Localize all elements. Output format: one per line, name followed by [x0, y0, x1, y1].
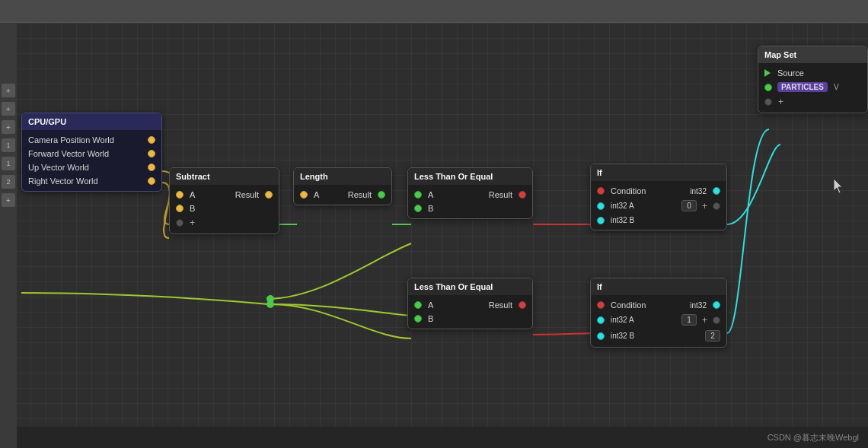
node-subtract-title: Subtract: [176, 172, 210, 181]
node-cpu-body: Camera Position World Forward Vector Wor…: [22, 130, 161, 191]
subtract-row-plus: +: [173, 217, 276, 229]
cpu-pin-forward[interactable]: [148, 150, 155, 157]
if2-label-int32a: int32 A: [608, 316, 678, 324]
if2-val-int32a[interactable]: 1: [681, 314, 697, 326]
if2-val-int32b[interactable]: 2: [705, 330, 720, 342]
mapset-pin-particles[interactable]: [764, 84, 772, 91]
subtract-row-a: A Result: [173, 189, 276, 200]
side-icon-add4[interactable]: +: [2, 193, 15, 207]
node-lte1: Less Than Or Equal A Result B: [407, 167, 533, 219]
node-if1-header: If: [591, 164, 726, 181]
if2-pin-int32b-in[interactable]: [597, 332, 605, 340]
mapset-play-icon: [764, 69, 771, 77]
side-icon-1b[interactable]: 1: [2, 157, 15, 170]
lte2-pin-a-in[interactable]: [414, 301, 422, 309]
if2-pin-condition-in[interactable]: [597, 301, 605, 309]
subtract-pin-a-in[interactable]: [176, 191, 183, 199]
mapset-row-source: Source: [761, 68, 864, 78]
cpu-label-camera: Camera Position World: [28, 135, 145, 145]
node-lte1-title: Less Than Or Equal: [414, 172, 493, 181]
if1-pin-extra[interactable]: [713, 202, 720, 210]
node-mapset-title: Map Set: [764, 50, 796, 59]
lte1-row-b: B: [411, 203, 529, 214]
length-pin-a-in[interactable]: [300, 191, 308, 199]
side-icon-add1[interactable]: +: [2, 84, 15, 97]
cpu-row-up: Up Vector World: [25, 162, 158, 173]
lte1-pin-result-out[interactable]: [519, 191, 526, 199]
lte2-pin-result-out[interactable]: [519, 301, 526, 309]
lte2-label-b: B: [425, 314, 433, 323]
cpu-label-up: Up Vector World: [28, 163, 145, 172]
node-length: Length A Result: [293, 167, 392, 205]
length-label-a: A: [311, 190, 345, 199]
if1-plus-icon[interactable]: +: [700, 201, 710, 211]
mapset-label-source: Source: [774, 68, 804, 78]
if2-pin-int32a-in[interactable]: [597, 316, 605, 324]
if2-pin-int32-out[interactable]: [713, 301, 720, 309]
node-lte2-header: Less Than Or Equal: [408, 278, 532, 295]
lte2-pin-b-in[interactable]: [414, 315, 422, 322]
if1-val-int32a[interactable]: 0: [681, 200, 697, 211]
lte1-label-a: A: [425, 190, 486, 199]
subtract-pin-result-out[interactable]: [265, 191, 273, 199]
if1-pin-condition-in[interactable]: [597, 187, 605, 195]
node-subtract-body: A Result B +: [170, 185, 279, 234]
if1-pin-int32b-in[interactable]: [597, 217, 605, 224]
node-if1: If Condition int32 int32 A 0 + int32 B: [590, 164, 727, 230]
if1-label-int32: int32: [690, 187, 710, 195]
lte1-pin-b-in[interactable]: [414, 205, 422, 212]
if1-label-condition: Condition: [608, 186, 687, 195]
bottombar: CSDN @暮志未晚Webgl: [0, 427, 868, 448]
if1-row-int32a: int32 A 0 +: [594, 199, 723, 212]
subtract-label-b: B: [187, 204, 195, 213]
length-pin-result-out[interactable]: [378, 191, 385, 199]
side-icon-add3[interactable]: +: [2, 120, 15, 134]
node-length-header: Length: [294, 168, 391, 185]
mapset-pin-plus[interactable]: [764, 98, 772, 106]
credit-text: CSDN @暮志未晚Webgl: [767, 432, 859, 443]
node-cpu-title: CPU/GPU: [28, 117, 66, 126]
cpu-pin-up[interactable]: [148, 164, 155, 171]
subtract-pin-plus[interactable]: [176, 219, 183, 227]
mapset-row-plus: +: [761, 96, 864, 108]
node-length-title: Length: [300, 172, 328, 181]
if2-pin-extra[interactable]: [713, 316, 720, 324]
subtract-row-b: B: [173, 203, 276, 214]
subtract-label-a: A: [187, 190, 232, 199]
node-lte2-body: A Result B: [408, 295, 532, 329]
if2-plus-icon[interactable]: +: [700, 315, 710, 326]
subtract-pin-b-in[interactable]: [176, 205, 183, 212]
lte1-row-a: A Result: [411, 189, 529, 200]
lte2-row-a: A Result: [411, 300, 529, 310]
cpu-row-forward: Forward Vector World: [25, 148, 158, 159]
lte2-label-a: A: [425, 300, 486, 310]
subtract-label-result: Result: [235, 190, 262, 199]
side-icon-2[interactable]: 2: [2, 175, 15, 189]
subtract-plus-icon[interactable]: +: [187, 218, 195, 228]
if1-row-condition: Condition int32: [594, 186, 723, 196]
node-lte2: Less Than Or Equal A Result B: [407, 278, 533, 329]
if2-row-int32a: int32 A 1 +: [594, 313, 723, 326]
if1-row-int32b: int32 B: [594, 215, 723, 225]
node-if2-header: If: [591, 278, 726, 295]
node-lte1-header: Less Than Or Equal: [408, 168, 532, 185]
node-cpu-header: CPU/GPU: [22, 113, 161, 130]
cpu-row-right: Right Vector World: [25, 176, 158, 186]
side-icons: + + + 1 1 2 +: [0, 23, 17, 448]
node-lte1-body: A Result B: [408, 185, 532, 218]
mapset-particles-badge: PARTICLES: [777, 82, 828, 92]
node-if1-body: Condition int32 int32 A 0 + int32 B: [591, 181, 726, 230]
mapset-plus-icon[interactable]: +: [775, 97, 783, 107]
node-mapset: Map Set Source PARTICLES V +: [758, 46, 868, 113]
if1-pin-int32a-in[interactable]: [597, 202, 605, 210]
side-icon-1a[interactable]: 1: [2, 138, 15, 152]
node-if2: If Condition int32 int32 A 1 + int32 B 2: [590, 278, 727, 348]
cpu-pin-right[interactable]: [148, 177, 155, 185]
cpu-pin-camera[interactable]: [148, 136, 155, 144]
if1-pin-int32-out[interactable]: [713, 187, 720, 195]
node-length-body: A Result: [294, 185, 391, 205]
lte1-pin-a-in[interactable]: [414, 191, 422, 199]
node-if2-title: If: [597, 282, 602, 291]
side-icon-add2[interactable]: +: [2, 102, 15, 116]
canvas: [0, 23, 868, 448]
